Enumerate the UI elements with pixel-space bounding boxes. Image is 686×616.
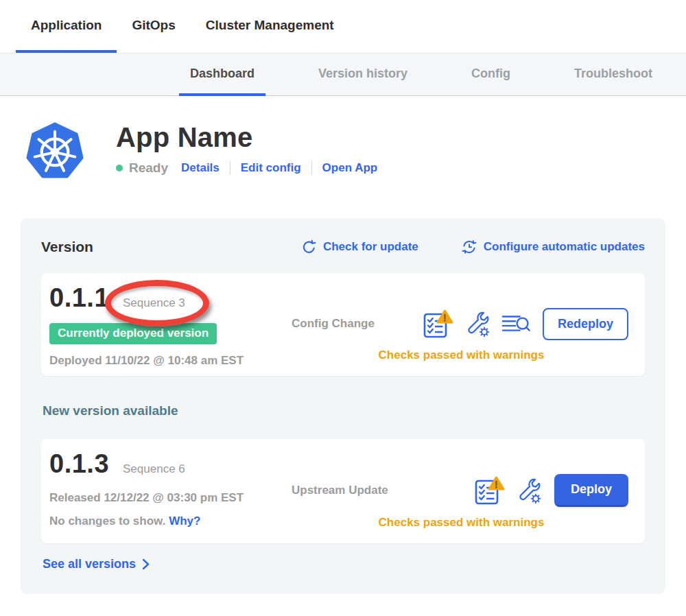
preflight-checks-warning-icon[interactable] [473,475,505,506]
no-changes-text: No changes to show. [49,514,165,528]
available-version-number: 0.1.3 [49,449,109,480]
edit-config-link[interactable]: Edit config [241,161,301,175]
auto-update-clock-icon [461,239,477,255]
tab-gitops-label: GitOps [132,18,175,33]
tab-cluster-management-label: Cluster Management [206,18,334,33]
tab-version-history[interactable]: Version history [307,54,418,96]
tab-version-history-label: Version history [318,67,407,81]
tab-dashboard[interactable]: Dashboard [179,54,265,96]
refresh-icon [301,239,317,255]
check-for-update-link[interactable]: Check for update [301,239,418,255]
available-version-card: 0.1.3 Sequence 6 Released 12/12/22 @ 03:… [41,439,645,543]
divider [230,161,230,175]
configure-auto-updates-link[interactable]: Configure automatic updates [461,239,645,255]
deploy-button[interactable]: Deploy [554,474,628,507]
configure-auto-updates-label: Configure automatic updates [484,240,645,254]
no-changes-note: No changes to show. Why? [49,514,292,528]
config-wrench-icon[interactable] [516,477,542,504]
tab-dashboard-label: Dashboard [190,67,255,81]
tab-config-label: Config [471,67,510,81]
current-version-card: 0.1.1 Sequence 3 Currently deployed vers… [41,273,645,376]
kubernetes-logo-icon [25,122,84,218]
deployed-timestamp: Deployed 11/10/22 @ 10:48 am EST [49,354,292,368]
preflight-status-available: Checks passed with warnings [292,516,631,530]
redeploy-button[interactable]: Redeploy [543,308,628,340]
status-badge: Ready [129,161,168,176]
tab-application[interactable]: Application [16,0,117,53]
available-version-source: Upstream Update [292,484,388,497]
preflight-checks-warning-icon[interactable] [422,309,453,340]
current-version-sequence: Sequence 3 [123,296,185,310]
tab-troubleshoot-label: Troubleshoot [574,67,652,81]
preflight-status-current: Checks passed with warnings [292,348,631,362]
current-version-number: 0.1.1 [49,283,109,314]
config-wrench-icon[interactable] [464,310,490,337]
see-all-versions-label: See all versions [43,557,136,571]
divider [311,161,312,175]
new-version-heading: New version available [43,403,645,418]
app-sub-nav: Dashboard Version history Config Trouble… [0,53,686,96]
check-for-update-label: Check for update [323,240,418,254]
status-ready-dot [116,165,123,171]
released-timestamp: Released 12/12/22 @ 03:30 pm EST [49,491,292,505]
current-version-source: Config Change [292,317,375,331]
page-title: App Name [116,122,377,153]
tab-gitops[interactable]: GitOps [117,0,190,53]
why-link[interactable]: Why? [169,514,200,528]
version-panel-title: Version [41,239,93,255]
tab-application-label: Application [31,18,102,33]
currently-deployed-badge: Currently deployed version [49,323,217,344]
view-files-diff-icon[interactable] [501,313,530,335]
app-header: App Name Ready Details Edit config Open … [0,96,686,218]
version-panel: Version Check for update Configu [21,218,665,594]
details-link[interactable]: Details [181,161,220,175]
chevron-right-icon [142,558,150,570]
available-version-sequence: Sequence 6 [123,462,185,476]
tab-troubleshoot[interactable]: Troubleshoot [563,54,663,96]
tab-config[interactable]: Config [460,54,521,96]
sequence-label: Sequence 3 [123,296,185,309]
primary-nav: Application GitOps Cluster Management [0,0,686,53]
tab-cluster-management[interactable]: Cluster Management [191,0,349,53]
open-app-link[interactable]: Open App [322,161,378,175]
see-all-versions-link[interactable]: See all versions [43,557,150,571]
